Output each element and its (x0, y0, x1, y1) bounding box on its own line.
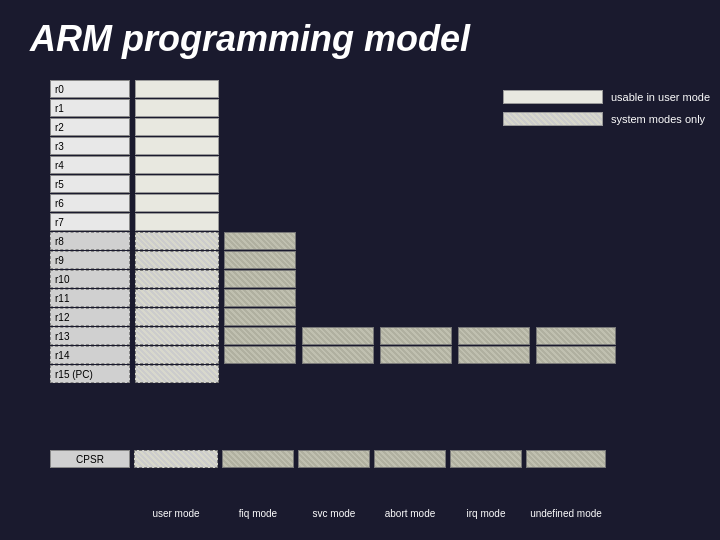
irq-mode-label: irq mode (450, 508, 522, 520)
legend-system-label: system modes only (611, 113, 705, 125)
svc-mode-label: svc mode (298, 508, 370, 520)
reg-r7: r7 (50, 213, 130, 231)
cpsr-label: CPSR (50, 450, 130, 468)
reg-r3: r3 (50, 137, 130, 155)
reg-r15: r15 (PC) (50, 365, 130, 383)
reg-r14: r14 (50, 346, 130, 364)
fiq-mode-label: fiq mode (222, 508, 294, 520)
arm-diagram: usable in user mode system modes only r0… (40, 70, 720, 530)
reg-r10: r10 (50, 270, 130, 288)
undefined-mode-label: undefined mode (526, 508, 606, 520)
undefined-mode-col (536, 80, 616, 384)
fiq-mode-col (224, 80, 296, 384)
abort-mode-label: abort mode (374, 508, 446, 520)
reg-r0: r0 (50, 80, 130, 98)
reg-r4: r4 (50, 156, 130, 174)
reg-r9: r9 (50, 251, 130, 269)
reg-r11: r11 (50, 289, 130, 307)
page-title: ARM programming model (0, 0, 720, 70)
cpsr-row: CPSR (50, 450, 606, 468)
abort-mode-col (380, 80, 452, 384)
user-mode-col (135, 80, 219, 384)
reg-r13: r13 (50, 327, 130, 345)
reg-r8: r8 (50, 232, 130, 250)
svc-mode-col (302, 80, 374, 384)
legend-usable-label: usable in user mode (611, 91, 710, 103)
user-mode-label: user mode (134, 508, 218, 520)
irq-mode-col (458, 80, 530, 384)
reg-r1: r1 (50, 99, 130, 117)
reg-r6: r6 (50, 194, 130, 212)
reg-r2: r2 (50, 118, 130, 136)
mode-labels-row: user mode fiq mode svc mode abort mode i… (50, 508, 606, 520)
register-column: r0 r1 r2 r3 r4 r5 r6 r7 r8 r9 r10 r11 r1… (50, 80, 130, 384)
reg-r12: r12 (50, 308, 130, 326)
reg-r5: r5 (50, 175, 130, 193)
